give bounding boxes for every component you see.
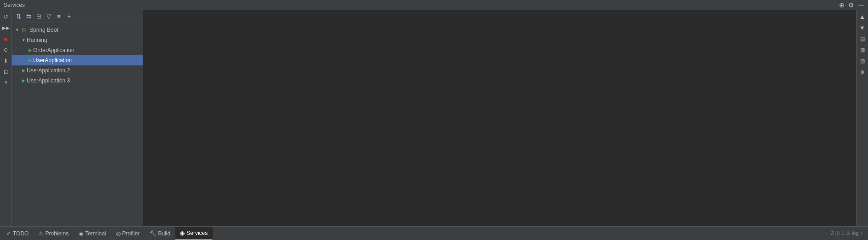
content-area: [143, 10, 856, 226]
tree-toolbar: ⇅ ⇆ ⊞ ▽ ≡ +: [12, 10, 143, 23]
springboot-icon: ⚙: [20, 26, 28, 34]
tree-panel: ⇅ ⇆ ⊞ ▽ ≡ + ▾ ⚙ Spring Boot ▾ Running: [12, 10, 143, 226]
arrow-user: ▶: [27, 58, 33, 63]
tree-item-user-application-2[interactable]: ▶ UserApplication 2: [12, 65, 143, 76]
delete-icon[interactable]: ⊗: [858, 67, 867, 76]
arrow-user3: ▶: [20, 78, 27, 83]
tab-problems-label: Problems: [45, 230, 69, 237]
arrow-running: ▾: [20, 38, 27, 42]
top-bar: Services ⊕ ⚙ —: [0, 0, 868, 10]
panel-title: Services: [4, 2, 25, 8]
order-application-label: OrderApplication: [33, 47, 74, 53]
settings-icon[interactable]: ⚙: [848, 1, 854, 9]
sort-icon[interactable]: ≡: [54, 12, 64, 21]
bottom-right-info: 2 ⓘ 1 ⚠ log ↑: [831, 230, 866, 237]
left-toolbar: ↺ ▶▶ ■ ⊙ ⬆ ⊟ ⠿: [0, 10, 12, 226]
user-application-3-label: UserApplication 3: [27, 77, 70, 84]
tree-content: ▾ ⚙ Spring Boot ▾ Running ▶ OrderApplica…: [12, 23, 143, 226]
tab-services[interactable]: ◉ Services: [175, 227, 213, 240]
add-icon[interactable]: +: [64, 12, 74, 21]
more-options-icon[interactable]: ⠿: [1, 78, 11, 88]
profiler-icon: ◎: [116, 230, 121, 237]
terminal-icon: ▣: [78, 230, 83, 237]
tab-todo-label: TODO: [13, 230, 29, 237]
tab-build[interactable]: 🔨 Build: [145, 227, 176, 240]
scroll-down-icon[interactable]: ▼: [858, 23, 867, 32]
top-bar-actions: ⊕ ⚙ —: [839, 1, 864, 9]
right-sidebar: ▲ ▼ ▤ ▥ ▨ ⊗: [856, 10, 868, 226]
problems-icon: ⚠: [38, 230, 43, 237]
print-icon[interactable]: ▨: [858, 56, 867, 65]
tab-terminal[interactable]: ▣ Terminal: [74, 227, 111, 240]
deploy-icon[interactable]: ⬆: [1, 56, 11, 65]
filter-icon[interactable]: ▽: [44, 12, 53, 21]
tab-terminal-label: Terminal: [85, 230, 106, 237]
tab-profiler-label: Profiler: [122, 230, 140, 237]
add-service-icon[interactable]: ⊕: [839, 1, 845, 9]
panel-view-1-icon[interactable]: ▤: [858, 34, 867, 43]
tree-item-spring-boot[interactable]: ▾ ⚙ Spring Boot: [12, 25, 143, 35]
collapse-all-icon[interactable]: ⇆: [24, 12, 33, 21]
user-application-2-label: UserApplication 2: [27, 67, 70, 74]
tab-problems[interactable]: ⚠ Problems: [34, 227, 74, 240]
run-all-icon[interactable]: ▶▶: [1, 23, 11, 32]
tab-todo[interactable]: ✓ TODO: [2, 227, 34, 240]
services-icon: ◉: [180, 230, 185, 236]
user-application-label: UserApplication: [33, 57, 72, 64]
tab-build-label: Build: [158, 230, 171, 237]
bottom-bar: ✓ TODO ⚠ Problems ▣ Terminal ◎ Profiler …: [0, 226, 868, 240]
spring-boot-label: Spring Boot: [29, 27, 58, 33]
tree-item-running[interactable]: ▾ Running: [12, 35, 143, 45]
restart-icon[interactable]: ↺: [1, 12, 11, 21]
tab-services-label: Services: [186, 230, 208, 236]
main-layout: ↺ ▶▶ ■ ⊙ ⬆ ⊟ ⠿ ⇅ ⇆ ⊞ ▽ ≡ + ▾ ⚙ Spring Bo…: [0, 10, 868, 226]
arrow-user2: ▶: [20, 68, 27, 73]
stop-icon[interactable]: ■: [1, 34, 11, 43]
scroll-up-icon[interactable]: ▲: [858, 12, 867, 21]
build-icon: 🔨: [150, 230, 156, 237]
snapshot-icon[interactable]: ⊙: [1, 45, 11, 54]
group-icon[interactable]: ⊞: [34, 12, 43, 21]
arrow-spring-boot: ▾: [14, 28, 20, 32]
expand-all-icon[interactable]: ⇅: [14, 12, 23, 21]
running-label: Running: [27, 37, 47, 43]
todo-icon: ✓: [6, 230, 11, 237]
tree-item-order-application[interactable]: ▶ OrderApplication: [12, 45, 143, 55]
arrow-order: ▶: [27, 48, 33, 53]
tab-profiler[interactable]: ◎ Profiler: [111, 227, 145, 240]
panel-view-2-icon[interactable]: ▥: [858, 45, 867, 54]
minimize-icon[interactable]: —: [858, 1, 864, 9]
pin-icon[interactable]: ⊟: [1, 67, 11, 76]
tree-item-user-application[interactable]: ▶ UserApplication: [12, 55, 143, 65]
tree-item-user-application-3[interactable]: ▶ UserApplication 3: [12, 76, 143, 86]
